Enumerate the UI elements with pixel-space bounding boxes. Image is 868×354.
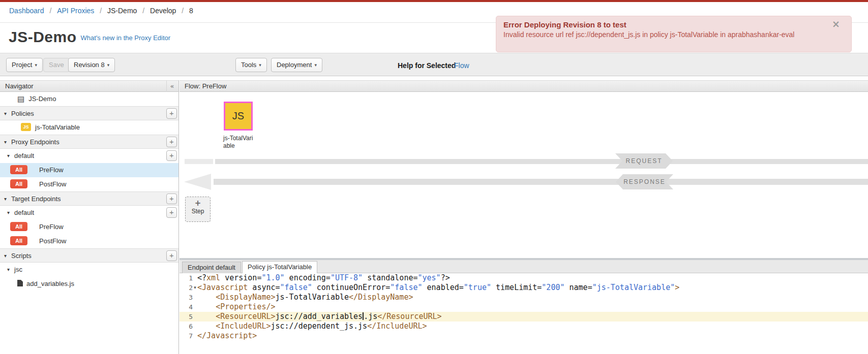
code-token: </IncludeURL> <box>367 321 427 331</box>
add-button[interactable]: + <box>166 194 177 204</box>
code-text: <ResourceURL>jsc://add_variables.js</Res… <box>197 312 442 321</box>
sidebar-item-target-endpoints[interactable]: ▾Target Endpoints+ <box>0 191 178 206</box>
flow-help-link[interactable]: Flow <box>454 61 469 70</box>
error-message: Invalid resource url ref jsc://dependent… <box>503 30 821 39</box>
code-token: "200" <box>542 283 564 292</box>
code-line-6[interactable]: 6 <IncludeURL>jsc://dependent_js.js</Inc… <box>179 321 868 331</box>
sidebar-item-postflow[interactable]: AllPostFlow <box>0 177 178 191</box>
deployment-button[interactable]: Deployment▾ <box>271 58 322 72</box>
sidebar-item-scripts[interactable]: ▾Scripts+ <box>0 248 178 263</box>
code-token: "js-TotalVariable" <box>592 283 675 292</box>
whats-new-link[interactable]: What's new in the Proxy Editor <box>81 34 171 42</box>
code-token: js-TotalVariable <box>276 293 349 302</box>
chevron-down-icon: ▾ <box>4 253 7 259</box>
sidebar-item-default[interactable]: ▾default+ <box>0 149 178 163</box>
flow-header: Flow: PreFlow <box>179 80 868 92</box>
revision-button[interactable]: Revision 8▾ <box>68 58 115 72</box>
chevron-down-icon: ▾ <box>4 111 7 116</box>
code-token: <IncludeURL> <box>216 321 271 331</box>
tab-policy-js-totalvariable[interactable]: Policy js-TotalVariable <box>242 261 317 273</box>
chevron-down-icon: ▾ <box>4 196 7 202</box>
sidebar-item-policies[interactable]: ▾Policies+ <box>0 106 178 120</box>
response-banner: RESPONSE <box>616 174 673 189</box>
sidebar-item-js-demo[interactable]: ▤JS-Demo <box>0 92 178 106</box>
close-icon[interactable]: × <box>832 19 840 29</box>
breadcrumb-separator: / <box>179 7 186 15</box>
add-button[interactable]: + <box>166 207 177 218</box>
sidebar-item-default[interactable]: ▾default+ <box>0 206 178 220</box>
chevron-down-icon: ▾ <box>107 62 110 68</box>
policy-icon-js[interactable]: JS <box>224 102 253 131</box>
breadcrumb-item-js-demo: JS-Demo <box>107 7 137 15</box>
error-title: Error Deploying Revision 8 to test <box>503 20 821 29</box>
sidebar-item-jsc[interactable]: ▾jsc <box>0 263 178 277</box>
breadcrumb-item-develop: Develop <box>150 7 176 15</box>
help-for-selected-label: Help for Selected <box>398 61 456 70</box>
code-token: "false" <box>390 283 422 292</box>
code-line-2[interactable]: 2▾<Javascript async="false" continueOnEr… <box>179 283 868 293</box>
line-number: 7 <box>179 331 193 341</box>
add-step-button[interactable]: + Step <box>185 197 211 222</box>
page-title: JS-Demo <box>9 28 77 45</box>
code-text: <?xml version="1.0" encoding="UTF-8" sta… <box>197 273 450 283</box>
code-token: <? <box>197 273 206 282</box>
navigator-title: Navigator <box>5 82 34 90</box>
sidebar-item-label: Policies <box>11 110 34 117</box>
add-button[interactable]: + <box>166 137 177 147</box>
top-accent-bar <box>0 0 868 2</box>
code-line-5[interactable]: 5 <ResourceURL>jsc://add_variables.js</R… <box>179 312 868 321</box>
request-banner: REQUEST <box>615 153 673 169</box>
code-token <box>197 321 216 331</box>
line-number: 1 <box>179 273 193 283</box>
add-button[interactable]: + <box>166 150 177 161</box>
chevron-down-icon: ▾ <box>314 62 317 68</box>
sidebar-item-preflow[interactable]: AllPreFlow <box>0 220 178 234</box>
proxy-icon: ▤ <box>17 94 24 104</box>
add-button[interactable]: + <box>166 108 177 119</box>
add-button[interactable]: + <box>166 250 177 261</box>
code-text: </Javascript> <box>197 331 257 341</box>
code-line-7[interactable]: 7</Javascript> <box>179 331 868 341</box>
sidebar-item-proxy-endpoints[interactable]: ▾Proxy Endpoints+ <box>0 135 178 149</box>
sidebar-item-preflow[interactable]: AllPreFlow <box>0 163 178 177</box>
code-line-1[interactable]: 1<?xml version="1.0" encoding="UTF-8" st… <box>179 273 868 283</box>
fold-gutter <box>193 312 197 321</box>
fold-gutter <box>193 321 197 331</box>
sidebar-item-label: PostFlow <box>39 237 66 245</box>
sidebar-item-js-totalvariable[interactable]: JSjs-TotalVariable <box>0 120 178 135</box>
line-number: 4 <box>179 302 193 312</box>
code-token: jsc://add_variables <box>276 312 363 321</box>
code-token: .js <box>364 312 377 321</box>
code-token: encoding= <box>285 273 331 282</box>
collapse-sidebar-icon[interactable]: « <box>166 81 177 92</box>
all-badge: All <box>10 222 27 231</box>
code-token: "yes" <box>418 273 441 282</box>
policy-label: js-TotalVariable <box>223 135 254 150</box>
code-token: timeLimit= <box>491 283 542 292</box>
code-token: enabled= <box>423 283 464 292</box>
tools-button[interactable]: Tools▾ <box>235 58 267 72</box>
page-header: JS-DemoWhat's new in the Proxy Editor <box>9 28 170 46</box>
code-token: </Javascript> <box>197 331 257 340</box>
sidebar-item-label: PreFlow <box>39 223 64 231</box>
all-badge: All <box>10 236 27 245</box>
navigator-panel: Navigator « ▤JS-Demo▾Policies+JSjs-Total… <box>0 80 179 354</box>
sidebar-item-add-variables-js[interactable]: add_variables.js <box>0 277 178 291</box>
breadcrumb-item-api-proxies[interactable]: API Proxies <box>57 7 94 15</box>
flow-panel: Flow: PreFlow JS js-TotalVariable REQUES… <box>179 80 868 354</box>
code-token: <Javascript <box>197 283 248 292</box>
code-token: "true" <box>464 283 491 292</box>
code-token: "1.0" <box>261 273 284 282</box>
save-button[interactable]: Save <box>43 58 70 72</box>
code-line-4[interactable]: 4 <Properties/> <box>179 302 868 312</box>
code-text: <IncludeURL>jsc://dependent_js.js</Inclu… <box>197 321 427 331</box>
code-token: <Properties/> <box>216 302 275 311</box>
chevron-down-icon: ▾ <box>259 62 261 68</box>
code-line-3[interactable]: 3 <DisplayName>js-TotalVariable</Display… <box>179 293 868 302</box>
sidebar-item-postflow[interactable]: AllPostFlow <box>0 234 178 248</box>
breadcrumb-item-dashboard[interactable]: Dashboard <box>9 7 44 15</box>
tab-endpoint-default[interactable]: Endpoint default <box>182 262 241 273</box>
project-button[interactable]: Project▾ <box>6 58 43 72</box>
code-editor[interactable]: 1<?xml version="1.0" encoding="UTF-8" st… <box>179 273 868 354</box>
sidebar-item-label: PostFlow <box>39 180 66 188</box>
